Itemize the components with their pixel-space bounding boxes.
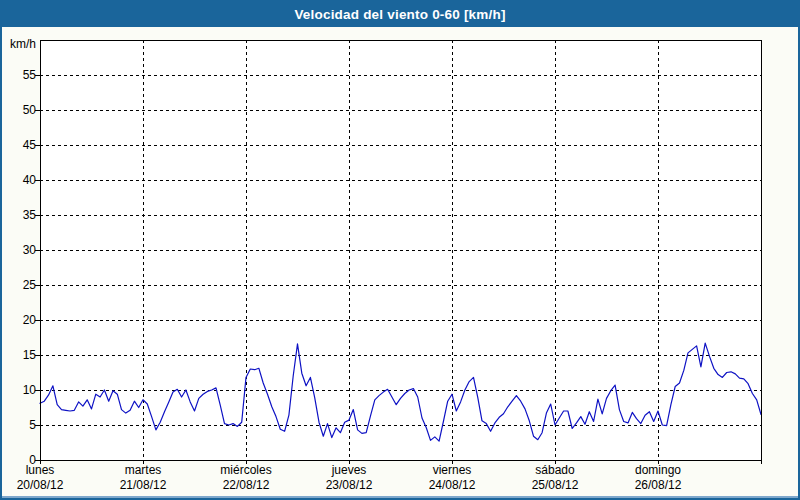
y-tick-label: 10 (2, 383, 36, 397)
y-tick-label: 20 (2, 313, 36, 327)
y-tick-label: 15 (2, 348, 36, 362)
y-tick-label: 30 (2, 243, 36, 257)
y-axis-unit-label: km/h (0, 37, 36, 51)
day-label: sábado25/08/12 (500, 463, 610, 493)
day-name: jueves (294, 463, 404, 478)
y-tick-label: 35 (2, 208, 36, 222)
day-date: 22/08/12 (191, 478, 301, 493)
y-tick-label: 55 (2, 68, 36, 82)
y-tick-label: 5 (2, 418, 36, 432)
day-name: miércoles (191, 463, 301, 478)
day-date: 21/08/12 (88, 478, 198, 493)
day-label: martes21/08/12 (88, 463, 198, 493)
day-label: lunes20/08/12 (0, 463, 95, 493)
day-label: jueves23/08/12 (294, 463, 404, 493)
day-name: martes (88, 463, 198, 478)
day-date: 25/08/12 (500, 478, 610, 493)
day-date: 20/08/12 (0, 478, 95, 493)
weather-chart-window: Velocidad del viento 0-60 [km/h] km/h 05… (0, 0, 800, 500)
day-label: domingo26/08/12 (603, 463, 713, 493)
day-label: miércoles22/08/12 (191, 463, 301, 493)
y-tick-label: 50 (2, 103, 36, 117)
chart-title: Velocidad del viento 0-60 [km/h] (294, 7, 505, 22)
day-date: 23/08/12 (294, 478, 404, 493)
y-tick-label: 45 (2, 138, 36, 152)
day-name: sábado (500, 463, 610, 478)
day-label: viernes24/08/12 (397, 463, 507, 493)
y-tick-label: 40 (2, 173, 36, 187)
window-titlebar: Velocidad del viento 0-60 [km/h] (2, 2, 798, 27)
day-name: lunes (0, 463, 95, 478)
chart-canvas (0, 0, 800, 500)
day-date: 24/08/12 (397, 478, 507, 493)
day-date: 26/08/12 (603, 478, 713, 493)
y-tick-label: 25 (2, 278, 36, 292)
day-name: domingo (603, 463, 713, 478)
day-name: viernes (397, 463, 507, 478)
